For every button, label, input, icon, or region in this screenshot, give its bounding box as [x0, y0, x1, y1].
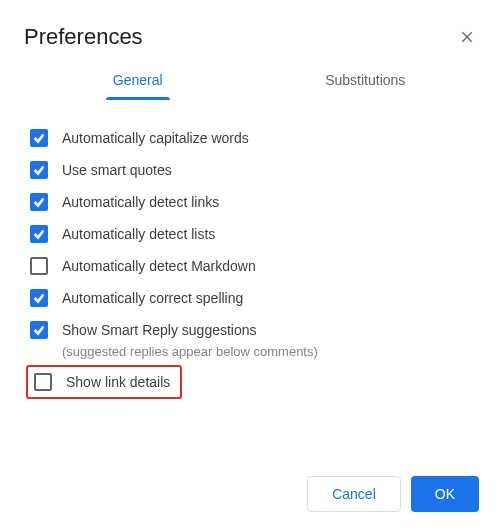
- checkbox-smartquotes[interactable]: [30, 161, 48, 179]
- option-label: Automatically detect Markdown: [62, 258, 256, 274]
- dialog-title: Preferences: [24, 24, 143, 50]
- dialog-header: Preferences: [24, 24, 479, 50]
- tab-general[interactable]: General: [24, 62, 252, 100]
- option-label: Use smart quotes: [62, 162, 172, 178]
- option-capitalize: Automatically capitalize words: [30, 122, 479, 154]
- option-label: Show Smart Reply suggestions: [62, 322, 257, 338]
- checkbox-correctspelling[interactable]: [30, 289, 48, 307]
- checkbox-detectlinks[interactable]: [30, 193, 48, 211]
- option-smartreply: Show Smart Reply suggestions: [30, 314, 479, 346]
- smartreply-hint: (suggested replies appear below comments…: [62, 344, 479, 359]
- tab-substitutions[interactable]: Substitutions: [252, 62, 480, 100]
- highlight-box: Show link details: [26, 365, 182, 399]
- checkbox-detectmarkdown[interactable]: [30, 257, 48, 275]
- tabs: General Substitutions: [24, 62, 479, 100]
- option-linkdetails: Show link details: [30, 371, 174, 393]
- option-label: Automatically capitalize words: [62, 130, 249, 146]
- option-label: Automatically correct spelling: [62, 290, 243, 306]
- close-icon[interactable]: [455, 25, 479, 49]
- option-label: Show link details: [66, 374, 170, 390]
- checkbox-linkdetails[interactable]: [34, 373, 52, 391]
- option-detectmarkdown: Automatically detect Markdown: [30, 250, 479, 282]
- checkbox-capitalize[interactable]: [30, 129, 48, 147]
- option-detectlists: Automatically detect lists: [30, 218, 479, 250]
- dialog-footer: Cancel OK: [24, 476, 479, 512]
- preferences-dialog: Preferences General Substitutions Automa…: [0, 0, 503, 532]
- options-panel: Automatically capitalize words Use smart…: [24, 122, 479, 462]
- ok-button[interactable]: OK: [411, 476, 479, 512]
- checkbox-smartreply[interactable]: [30, 321, 48, 339]
- option-detectlinks: Automatically detect links: [30, 186, 479, 218]
- option-smartquotes: Use smart quotes: [30, 154, 479, 186]
- cancel-button[interactable]: Cancel: [307, 476, 401, 512]
- checkbox-detectlists[interactable]: [30, 225, 48, 243]
- option-label: Automatically detect lists: [62, 226, 215, 242]
- option-label: Automatically detect links: [62, 194, 219, 210]
- option-correctspelling: Automatically correct spelling: [30, 282, 479, 314]
